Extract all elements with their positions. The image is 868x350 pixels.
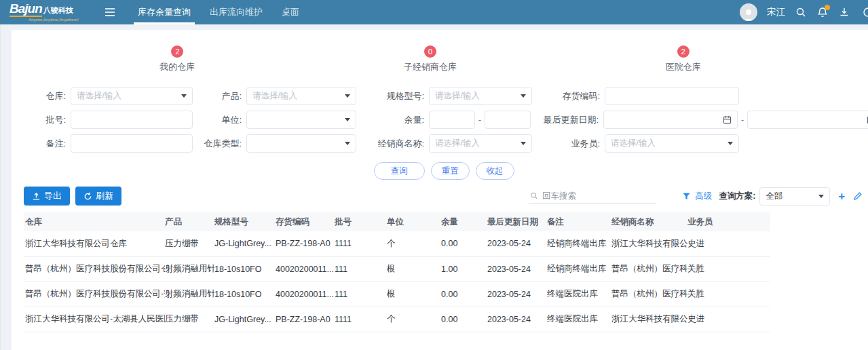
logo-brand-cn: 八骏科技 [43,7,73,14]
collapse-button[interactable]: 收起 [476,162,514,180]
user-name[interactable]: 宋江 [767,6,785,18]
quick-search-input[interactable] [542,191,655,201]
form-actions: 查询 重置 收起 [24,162,868,180]
date-to-picker[interactable] [747,111,868,129]
table-row[interactable]: 浙江大华科技有限公司-太湖县人民医院... 压力绷带 JG-LightGrey.… [24,307,770,332]
stat-my-warehouse[interactable]: 2 我的仓库 [51,45,304,73]
filter-label: 经销商名称: [366,138,424,150]
filter-label: 批号: [24,114,66,126]
salesman-select[interactable]: 请选择/输入 [605,134,739,153]
remark-input[interactable] [71,134,193,153]
cell-salesman: 关胜 [687,256,770,281]
cell-product: 射频消融用针... [165,281,214,307]
dealer-select[interactable]: 请选择/输入 [429,134,532,153]
stat-sub-dealer-warehouse[interactable]: 0 子经销商仓库 [304,45,557,73]
cell-last-update: 2023-05-24 [487,256,547,281]
logo-brand-en: Bajun [10,2,42,17]
chevron-down-icon [345,94,350,98]
navbar-right: 宋江 [740,0,868,24]
col-spec[interactable]: 规格型号 [214,212,276,231]
cell-spec: 18-10s10FO [214,281,276,307]
refresh-icon [83,192,92,201]
main-content: 2 我的仓库 0 子经销商仓库 2 医院仓库 仓库: [1,24,868,350]
col-last-update[interactable]: 最后更新日期 [487,212,547,231]
inventory-table: 仓库 产品 规格型号 存货编码 批号 单位 余量 最后更新日期 备注 经销商名称… [24,212,770,332]
count-badge: 0 [424,45,436,58]
col-salesman[interactable]: 业务员 [687,212,770,231]
advanced-link[interactable]: 高级 [695,191,712,202]
chevron-down-icon [521,94,526,98]
cell-spec: JG-LightGrey... [214,307,276,332]
cell-product: 压力绷带 [165,307,214,332]
edit-scheme-icon[interactable] [853,191,863,201]
filter-label: 仓库类型: [202,138,242,150]
filter-product: 产品: 请选择/输入 [202,87,356,105]
col-balance[interactable]: 余量 [441,212,487,231]
table-row[interactable]: 浙江大华科技有限公司仓库 压力绷带 JG-LightGrey... PB-ZZ-… [24,231,770,256]
stock-code-input[interactable] [605,87,739,105]
app-logo[interactable]: Bajun 八骏科技 Anyone,Anytime,Anywhere! [0,0,98,24]
top-navbar: Bajun 八骏科技 Anyone,Anytime,Anywhere! 库存余量… [0,0,868,24]
range-separator: - [741,115,744,125]
balance-min-input[interactable] [429,111,475,129]
batch-input[interactable] [71,111,193,129]
tab-outbound-flow[interactable]: 出库流向维护 [200,0,272,24]
search-icon [530,191,538,200]
cell-balance: 0.00 [441,231,487,256]
add-scheme-icon[interactable]: + [838,191,845,202]
cell-warehouse: 浙江大华科技有限公司-太湖县人民医院... [24,307,165,332]
query-button[interactable]: 查询 [374,162,425,180]
col-dealer[interactable]: 经销商名称 [611,212,687,231]
cell-remark: 经销商终端出库 [547,256,611,281]
select-placeholder: 请选择/输入 [435,138,480,149]
refresh-button[interactable]: 刷新 [75,187,121,206]
cell-warehouse: 普昂（杭州）医疗科技股份有限公司-安... [24,281,165,307]
balance-max-input[interactable] [485,111,531,129]
quick-search [529,189,656,203]
col-product[interactable]: 产品 [165,212,214,231]
power-icon[interactable] [860,6,868,18]
stat-hospital-warehouse[interactable]: 2 医院仓库 [556,45,810,73]
warehouse-select[interactable]: 请选择/输入 [71,87,193,105]
cell-product: 压力绷带 [165,231,214,256]
warehouse-type-select[interactable] [246,134,356,153]
tab-inventory-balance-query[interactable]: 库存余量查询 [128,0,200,24]
cell-stock-code: PB-ZZ-198-A0 [276,307,335,332]
export-button[interactable]: 导出 [24,187,70,206]
avatar[interactable] [740,3,757,21]
filter-label: 仓库: [24,90,66,102]
cell-unit: 个 [387,307,441,332]
table-row[interactable]: 普昂（杭州）医疗科技股份有限公司-安... 射频消融用针... 18-10s10… [24,281,770,307]
count-badge: 2 [171,45,183,58]
cell-unit: 个 [387,231,441,256]
spec-select[interactable]: 请选择/输入 [429,87,532,105]
col-warehouse[interactable]: 仓库 [24,212,165,231]
tab-desktop[interactable]: 桌面 [272,0,309,24]
cell-product: 射频消融用针... [165,256,214,281]
cell-salesman: 史进 [687,231,770,256]
product-select[interactable]: 请选择/输入 [246,87,356,105]
date-from-picker[interactable] [603,111,738,129]
col-remark[interactable]: 备注 [547,212,611,231]
download-icon[interactable] [838,6,850,18]
unit-select[interactable] [246,111,356,129]
hamburger-menu-icon[interactable] [98,0,121,24]
table-row[interactable]: 普昂（杭州）医疗科技股份有限公司仓库 射频消融用针... 18-10s10FO … [24,256,770,281]
col-stock-code[interactable]: 存货编码 [276,212,335,231]
warehouse-stats: 2 我的仓库 0 子经销商仓库 2 医院仓库 [24,30,868,73]
filter-funnel-icon[interactable] [682,192,691,201]
col-unit[interactable]: 单位 [387,212,441,231]
chevron-down-icon [345,142,350,145]
filter-label: 备注: [24,138,66,150]
col-batch[interactable]: 批号 [335,212,387,231]
range-separator: - [478,115,481,125]
filter-label: 单位: [202,114,242,126]
reset-button[interactable]: 重置 [431,162,470,180]
filter-stock-code: 存货编码: [542,87,739,105]
select-placeholder: 请选择/输入 [252,90,297,102]
search-icon[interactable] [795,6,807,18]
bell-icon[interactable] [816,6,829,18]
button-label: 刷新 [96,190,113,202]
nav-tabs: 库存余量查询 出库流向维护 桌面 [128,0,309,24]
scheme-select[interactable]: 全部 [759,187,830,206]
